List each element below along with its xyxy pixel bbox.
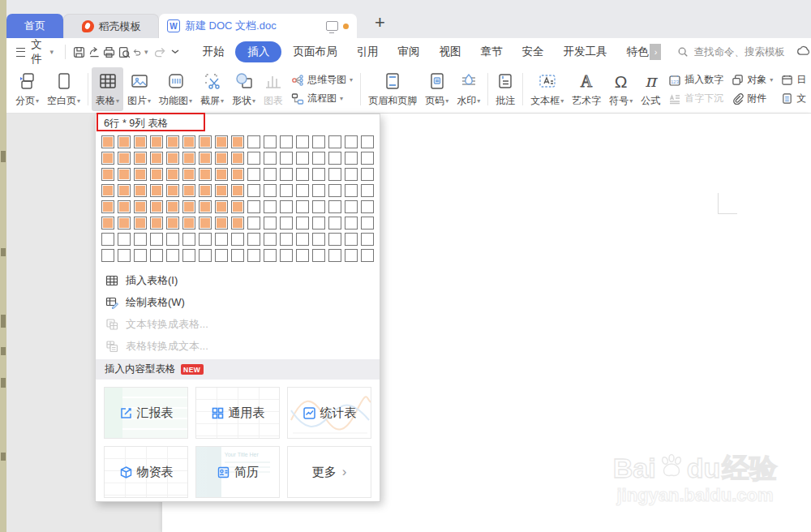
- grid-cell[interactable]: [328, 233, 341, 246]
- picture-button[interactable]: 图片▾: [123, 67, 155, 111]
- watermark-button[interactable]: 水印▾: [453, 67, 484, 111]
- grid-cell[interactable]: [182, 249, 195, 262]
- page-number-button[interactable]: 页码▾: [421, 67, 453, 111]
- grid-cell[interactable]: [215, 217, 228, 230]
- grid-cell[interactable]: [231, 135, 244, 148]
- grid-cell[interactable]: [231, 217, 244, 230]
- tab-page-layout[interactable]: 页面布局: [285, 41, 345, 62]
- grid-cell[interactable]: [328, 168, 341, 181]
- tab-document[interactable]: W 新建 DOC 文档.doc: [159, 14, 357, 38]
- grid-cell[interactable]: [166, 135, 179, 148]
- grid-cell[interactable]: [150, 233, 163, 246]
- grid-cell[interactable]: [215, 184, 228, 197]
- grid-cell[interactable]: [101, 168, 114, 181]
- grid-cell[interactable]: [199, 200, 212, 213]
- grid-cell[interactable]: [215, 168, 228, 181]
- grid-cell[interactable]: [166, 233, 179, 246]
- text-box-button[interactable]: 文本框▾: [526, 67, 568, 111]
- tab-security[interactable]: 安全: [513, 41, 551, 62]
- screenshot-button[interactable]: 截屏▾: [196, 67, 228, 111]
- grid-cell[interactable]: [264, 184, 277, 197]
- grid-cell[interactable]: [199, 152, 212, 165]
- grid-cell[interactable]: [312, 184, 325, 197]
- grid-cell[interactable]: [182, 217, 195, 230]
- grid-cell[interactable]: [101, 200, 114, 213]
- header-footer-button[interactable]: 页眉和页脚: [364, 67, 421, 111]
- template-resume[interactable]: Your Title Her 简历: [195, 446, 280, 498]
- grid-cell[interactable]: [312, 249, 325, 262]
- document-part-button[interactable]: 文: [781, 92, 806, 105]
- flowchart-button[interactable]: 流程图▾: [291, 92, 353, 105]
- grid-cell[interactable]: [134, 233, 147, 246]
- grid-cell[interactable]: [361, 249, 374, 262]
- grid-cell[interactable]: [215, 135, 228, 148]
- grid-cell[interactable]: [231, 200, 244, 213]
- grid-cell[interactable]: [101, 249, 114, 262]
- grid-cell[interactable]: [101, 233, 114, 246]
- grid-cell[interactable]: [118, 200, 131, 213]
- grid-cell[interactable]: [328, 184, 341, 197]
- grid-cell[interactable]: [231, 152, 244, 165]
- grid-cell[interactable]: [199, 135, 212, 148]
- grid-cell[interactable]: [345, 249, 358, 262]
- tab-dev-tools[interactable]: 开发工具: [555, 41, 615, 62]
- grid-cell[interactable]: [118, 168, 131, 181]
- grid-cell[interactable]: [118, 152, 131, 165]
- menu-item-draw-table[interactable]: 绘制表格(W): [96, 291, 380, 313]
- page-break-button[interactable]: 分页▾: [11, 67, 43, 111]
- grid-cell[interactable]: [264, 168, 277, 181]
- grid-cell[interactable]: [231, 233, 244, 246]
- grid-cell[interactable]: [264, 217, 277, 230]
- grid-cell[interactable]: [182, 233, 195, 246]
- grid-cell[interactable]: [182, 200, 195, 213]
- grid-cell[interactable]: [166, 152, 179, 165]
- grid-cell[interactable]: [150, 200, 163, 213]
- grid-cell[interactable]: [134, 152, 147, 165]
- grid-cell[interactable]: [280, 217, 293, 230]
- undo-button[interactable]: ▾: [132, 43, 153, 61]
- word-art-button[interactable]: A 艺术字: [568, 67, 605, 111]
- grid-cell[interactable]: [199, 184, 212, 197]
- shapes-button[interactable]: 形状▾: [228, 67, 260, 111]
- insert-number-button[interactable]: 123 插入数字: [668, 73, 723, 87]
- grid-cell[interactable]: [166, 249, 179, 262]
- grid-cell[interactable]: [118, 135, 131, 148]
- grid-cell[interactable]: [361, 184, 374, 197]
- grid-cell[interactable]: [361, 217, 374, 230]
- grid-cell[interactable]: [280, 152, 293, 165]
- grid-cell[interactable]: [118, 217, 131, 230]
- command-search[interactable]: 查找命令、搜索模板: [677, 45, 785, 59]
- redo-button[interactable]: [153, 43, 168, 61]
- new-tab-button[interactable]: +: [368, 12, 392, 38]
- object-button[interactable]: 对象▾: [732, 73, 773, 87]
- formula-button[interactable]: π 公式: [637, 67, 664, 111]
- grid-cell[interactable]: [166, 184, 179, 197]
- grid-cell[interactable]: [296, 217, 309, 230]
- attachment-button[interactable]: 附件: [732, 92, 773, 105]
- grid-cell[interactable]: [134, 135, 147, 148]
- tab-view[interactable]: 视图: [431, 41, 469, 62]
- grid-cell[interactable]: [280, 184, 293, 197]
- share-screen-icon[interactable]: [326, 21, 338, 31]
- grid-cell[interactable]: [345, 233, 358, 246]
- grid-cell[interactable]: [345, 168, 358, 181]
- tab-review[interactable]: 审阅: [389, 41, 427, 62]
- grid-cell[interactable]: [247, 184, 260, 197]
- tab-references[interactable]: 引用: [348, 41, 386, 62]
- more-commands-chevron-icon[interactable]: [168, 43, 182, 61]
- tab-insert[interactable]: 插入: [235, 41, 281, 62]
- grid-cell[interactable]: [247, 168, 260, 181]
- template-report-table[interactable]: 汇报表: [104, 387, 188, 439]
- grid-cell[interactable]: [264, 249, 277, 262]
- grid-cell[interactable]: [361, 152, 374, 165]
- template-more[interactable]: 更多 ›: [287, 446, 371, 498]
- grid-cell[interactable]: [166, 200, 179, 213]
- grid-cell[interactable]: [328, 200, 341, 213]
- grid-cell[interactable]: [312, 233, 325, 246]
- grid-cell[interactable]: [101, 184, 114, 197]
- file-chevron-icon[interactable]: ▾: [50, 48, 54, 56]
- grid-cell[interactable]: [134, 249, 147, 262]
- grid-cell[interactable]: [134, 168, 147, 181]
- grid-cell[interactable]: [345, 152, 358, 165]
- menu-item-insert-table[interactable]: 插入表格(I): [96, 269, 380, 291]
